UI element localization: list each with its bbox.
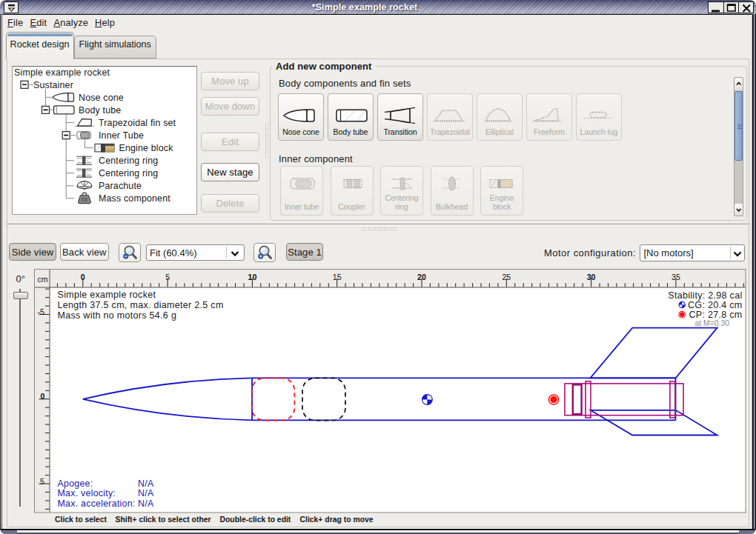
svg-text:Engine block: Engine block: [119, 143, 174, 153]
svg-text:N/A: N/A: [138, 498, 154, 508]
svg-text:35: 35: [672, 272, 680, 281]
svg-text:CG: 20.4 cm: CG: 20.4 cm: [688, 299, 742, 310]
svg-text:5: 5: [40, 476, 44, 485]
svg-text:N/A: N/A: [138, 478, 154, 489]
svg-text:Length 37.5 cm, max. diameter: Length 37.5 cm, max. diameter 2.5 cm: [57, 300, 223, 310]
svg-text:-5: -5: [37, 307, 44, 316]
svg-text:Sustainer: Sustainer: [33, 80, 73, 90]
svg-text:cm: cm: [37, 275, 47, 284]
svg-text:N/A: N/A: [138, 488, 154, 498]
svg-text:Inner Tube: Inner Tube: [99, 130, 144, 141]
svg-text:Parachute: Parachute: [99, 181, 142, 191]
svg-text:Apogee:: Apogee:: [57, 478, 93, 489]
svg-text:15: 15: [332, 272, 341, 281]
svg-text:Simple example rocket: Simple example rocket: [14, 67, 110, 78]
svg-text:10: 10: [248, 272, 256, 281]
svg-text:20: 20: [417, 272, 426, 281]
svg-text:Max. velocity:: Max. velocity:: [57, 488, 116, 498]
svg-text:Mass component: Mass component: [99, 193, 170, 204]
svg-text:Body tube: Body tube: [79, 105, 121, 116]
svg-text:Max. acceleration:: Max. acceleration:: [57, 498, 135, 508]
svg-text:Mass with no motors 54.6 g: Mass with no motors 54.6 g: [57, 310, 176, 321]
svg-text:Centering ring: Centering ring: [99, 168, 158, 178]
svg-text:25: 25: [502, 272, 511, 281]
svg-text:0: 0: [40, 392, 44, 401]
svg-text:Simple example rocket: Simple example rocket: [57, 290, 156, 300]
svg-text:Stability: 2.98 cal: Stability: 2.98 cal: [668, 290, 742, 300]
svg-text:0: 0: [80, 272, 84, 281]
svg-text:Nose cone: Nose cone: [79, 93, 124, 103]
svg-text:at M=0.30: at M=0.30: [694, 318, 729, 327]
svg-text:Centering ring: Centering ring: [99, 156, 158, 166]
svg-text:5: 5: [165, 272, 170, 281]
svg-text:Trapezoidal fin set: Trapezoidal fin set: [99, 118, 176, 128]
svg-text:30: 30: [586, 272, 595, 281]
